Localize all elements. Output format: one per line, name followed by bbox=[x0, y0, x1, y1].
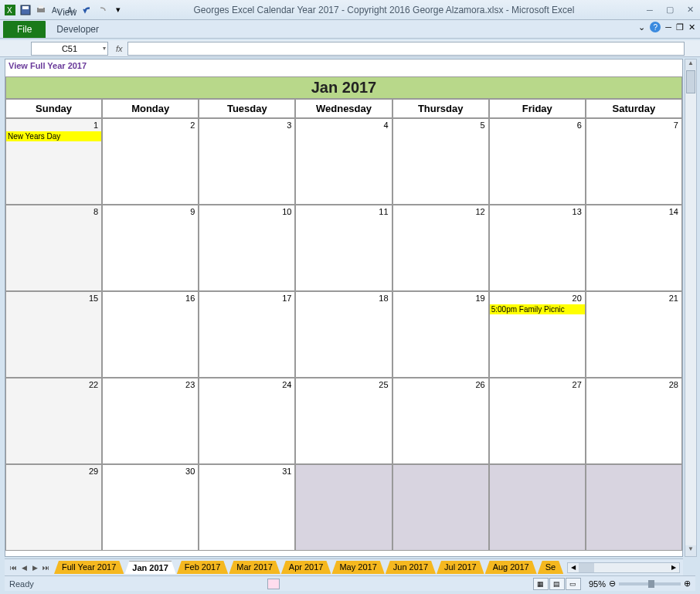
calendar-cell[interactable]: 31 bbox=[199, 464, 295, 551]
hscroll-right-icon[interactable]: ▶ bbox=[668, 564, 679, 571]
sheet-tab[interactable]: May 2017 bbox=[331, 561, 384, 574]
calendar-cell[interactable] bbox=[586, 464, 682, 551]
calendar-cell[interactable]: 15 bbox=[5, 291, 102, 378]
day-header: Monday bbox=[102, 99, 199, 118]
sheet-tab[interactable]: Full Year 2017 bbox=[54, 561, 124, 574]
cell-date: 10 bbox=[282, 207, 291, 216]
cell-date: 28 bbox=[669, 380, 678, 389]
zoom-controls: 95% ⊖ ⊕ bbox=[589, 579, 691, 589]
calendar-cell[interactable]: 12 bbox=[392, 205, 489, 291]
calendar-cell[interactable]: 6 bbox=[489, 118, 586, 205]
calendar-cell[interactable]: 25 bbox=[295, 378, 392, 464]
calendar-cell[interactable]: 18 bbox=[295, 291, 392, 378]
cell-event[interactable]: 5:00pm Family Picnic bbox=[490, 304, 585, 314]
calendar-cell[interactable]: 21 bbox=[586, 291, 682, 378]
calendar-cell[interactable]: 9 bbox=[102, 205, 199, 291]
calendar-cell[interactable]: 7 bbox=[586, 118, 682, 205]
cell-date: 24 bbox=[282, 380, 291, 389]
calendar-cell[interactable]: 27 bbox=[489, 378, 586, 464]
calendar-cell[interactable]: 2 bbox=[102, 118, 199, 205]
doc-restore-icon[interactable]: ❐ bbox=[676, 22, 684, 32]
calendar-row: 1516171819205:00pm Family Picnic21 bbox=[5, 291, 682, 378]
calendar-cell[interactable]: 11 bbox=[295, 205, 392, 291]
sheet-tab[interactable]: Jun 2017 bbox=[386, 561, 436, 574]
file-tab[interactable]: File bbox=[3, 21, 46, 38]
ribbon-collapse-icon[interactable]: ⌄ bbox=[638, 22, 645, 32]
doc-minimize-icon[interactable]: ─ bbox=[665, 22, 671, 32]
vertical-scrollbar[interactable]: ▲ ▼ bbox=[685, 59, 697, 557]
calendar-row: 293031 bbox=[5, 464, 682, 551]
sheet-tab[interactable]: Apr 2017 bbox=[281, 561, 331, 574]
calendar-cell[interactable]: 23 bbox=[102, 378, 199, 464]
scroll-down-icon[interactable]: ▼ bbox=[685, 545, 696, 556]
calendar-cell[interactable]: 10 bbox=[199, 205, 295, 291]
sheet-tab[interactable]: Jan 2017 bbox=[124, 561, 175, 574]
ribbon-tab-developer[interactable]: Developer bbox=[46, 21, 119, 38]
calendar-cell[interactable]: 24 bbox=[199, 378, 295, 464]
scroll-thumb[interactable] bbox=[686, 70, 695, 93]
cell-date: 16 bbox=[185, 294, 195, 303]
cell-date: 9 bbox=[190, 207, 195, 216]
page-layout-view-icon[interactable]: ▤ bbox=[549, 578, 565, 590]
view-full-year-link[interactable]: View Full Year 2017 bbox=[5, 59, 682, 72]
calendar-cell[interactable]: 30 bbox=[102, 464, 199, 551]
calendar-cell[interactable]: 26 bbox=[392, 378, 489, 464]
calendar-cell[interactable] bbox=[295, 464, 392, 551]
close-icon[interactable]: ✕ bbox=[683, 5, 697, 15]
calendar-cell[interactable]: 22 bbox=[5, 378, 102, 464]
cell-date: 7 bbox=[674, 120, 678, 130]
calendar-cell[interactable]: 14 bbox=[586, 205, 682, 291]
page-break-view-icon[interactable]: ▭ bbox=[566, 578, 581, 590]
cell-event[interactable]: New Years Day bbox=[6, 131, 101, 141]
calendar-cell[interactable] bbox=[489, 464, 586, 551]
calendar-cell[interactable]: 1New Years Day bbox=[5, 118, 102, 205]
macro-icon[interactable] bbox=[267, 579, 280, 589]
hscroll-left-icon[interactable]: ◀ bbox=[568, 564, 579, 571]
scroll-up-icon[interactable]: ▲ bbox=[685, 59, 696, 70]
sheet-tab[interactable]: Aug 2017 bbox=[485, 561, 537, 574]
calendar-cell[interactable]: 19 bbox=[392, 291, 489, 378]
sheet-tab[interactable]: Se bbox=[538, 561, 563, 574]
tab-last-icon[interactable]: ⏭ bbox=[40, 564, 51, 572]
calendar-cell[interactable]: 29 bbox=[5, 464, 102, 551]
calendar-cell[interactable]: 17 bbox=[199, 291, 295, 378]
calendar-cell[interactable]: 205:00pm Family Picnic bbox=[489, 291, 586, 378]
calendar-row: 22232425262728 bbox=[5, 378, 682, 464]
fx-icon[interactable]: fx bbox=[116, 44, 123, 53]
save-icon[interactable] bbox=[19, 3, 32, 17]
calendar-cell[interactable]: 16 bbox=[102, 291, 199, 378]
excel-icon[interactable]: X bbox=[3, 3, 17, 17]
calendar-cell[interactable]: 4 bbox=[295, 118, 392, 205]
day-header: Thursday bbox=[392, 99, 489, 118]
horizontal-scrollbar[interactable]: ◀ ▶ bbox=[567, 562, 680, 573]
calendar-cell[interactable] bbox=[392, 464, 489, 551]
zoom-level[interactable]: 95% bbox=[589, 579, 606, 589]
sheet-tab[interactable]: Jul 2017 bbox=[437, 561, 484, 574]
calendar-cell[interactable]: 3 bbox=[199, 118, 295, 205]
tab-prev-icon[interactable]: ◀ bbox=[19, 564, 29, 572]
formula-input[interactable] bbox=[127, 42, 685, 56]
normal-view-icon[interactable]: ▦ bbox=[533, 578, 549, 590]
ribbon-tab-view[interactable]: View bbox=[46, 4, 119, 21]
sheet-tab[interactable]: Mar 2017 bbox=[229, 561, 280, 574]
calendar-cell[interactable]: 28 bbox=[586, 378, 682, 464]
calendar-cell[interactable]: 13 bbox=[489, 205, 586, 291]
name-box[interactable]: C51 bbox=[31, 42, 108, 56]
doc-close-icon[interactable]: ✕ bbox=[688, 22, 695, 32]
zoom-out-icon[interactable]: ⊖ bbox=[609, 579, 616, 589]
tab-first-icon[interactable]: ⏮ bbox=[8, 564, 19, 572]
sheet-tab[interactable]: Feb 2017 bbox=[177, 561, 228, 574]
hscroll-thumb[interactable] bbox=[579, 563, 594, 572]
tab-next-icon[interactable]: ▶ bbox=[29, 564, 40, 572]
calendar-cell[interactable]: 8 bbox=[5, 205, 102, 291]
ribbon: File HomeInsertPage LayoutFormulasDataRe… bbox=[0, 20, 700, 39]
worksheet-area: View Full Year 2017 Jan 2017 SundayMonda… bbox=[5, 59, 683, 557]
maximize-icon[interactable]: ▢ bbox=[663, 5, 677, 15]
help-icon[interactable]: ? bbox=[650, 22, 661, 32]
zoom-slider[interactable] bbox=[619, 582, 681, 586]
zoom-in-icon[interactable]: ⊕ bbox=[684, 579, 691, 589]
cell-date: 2 bbox=[190, 120, 195, 130]
minimize-icon[interactable]: ─ bbox=[643, 5, 657, 15]
calendar-cell[interactable]: 5 bbox=[392, 118, 489, 205]
day-header: Saturday bbox=[586, 99, 682, 118]
